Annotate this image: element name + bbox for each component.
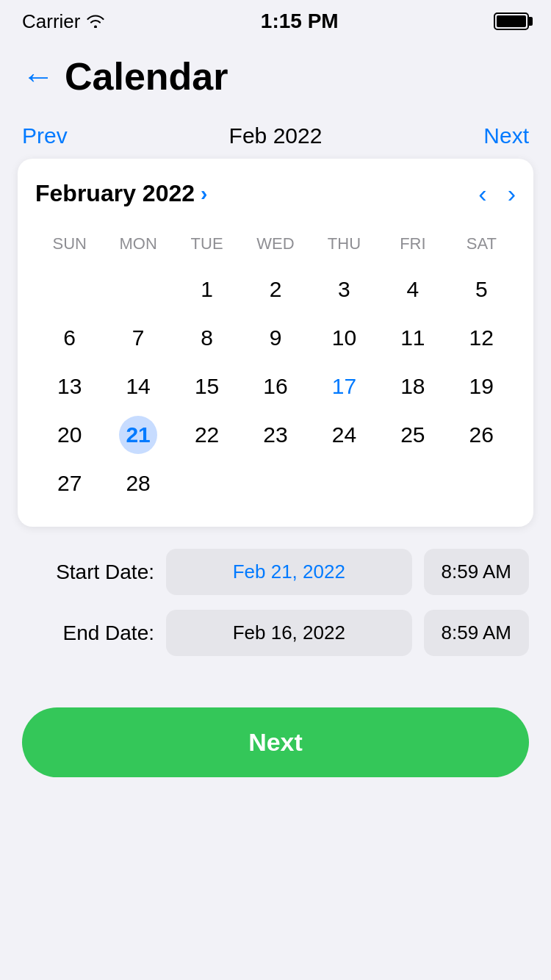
table-row[interactable]: 14 (104, 364, 172, 409)
table-row[interactable]: 11 (378, 315, 447, 361)
table-row[interactable]: 19 (447, 364, 516, 409)
next-month-button[interactable]: Next (483, 123, 529, 148)
table-row[interactable]: 1 (173, 267, 241, 312)
table-row[interactable]: 24 (310, 412, 378, 458)
calendar-next-arrow[interactable]: › (508, 179, 516, 208)
table-row[interactable]: 13 (35, 364, 104, 409)
table-row[interactable]: 25 (378, 412, 447, 458)
table-row[interactable]: 28 (104, 461, 172, 506)
day-mon: MON (104, 228, 172, 259)
day-thu: THU (310, 228, 378, 259)
day-fri: FRI (378, 228, 447, 259)
table-row[interactable]: 23 (241, 412, 309, 458)
table-row (241, 461, 309, 506)
table-row[interactable]: 20 (35, 412, 104, 458)
table-row[interactable]: 27 (35, 461, 104, 506)
table-row (447, 461, 516, 506)
table-row[interactable]: 6 (35, 315, 104, 361)
status-time: 1:15 PM (261, 10, 339, 33)
table-row[interactable]: 9 (241, 315, 309, 361)
date-fields: Start Date: Feb 21, 2022 8:59 AM End Dat… (0, 527, 551, 678)
page-title: Calendar (65, 54, 228, 98)
carrier-label: Carrier (22, 10, 105, 33)
battery-icon (494, 12, 529, 30)
calendar-nav-bar: Prev Feb 2022 Next (0, 113, 551, 159)
day-tue: TUE (173, 228, 241, 259)
day-wed: WED (241, 228, 309, 259)
header: ← Calendar (0, 40, 551, 113)
next-button-container: Next (0, 685, 551, 814)
table-row[interactable]: 12 (447, 315, 516, 361)
table-row[interactable]: 10 (310, 315, 378, 361)
days-of-week-header: SUN MON TUE WED THU FRI SAT (35, 228, 516, 259)
end-time-picker[interactable]: 8:59 AM (424, 610, 529, 656)
table-row[interactable]: 3 (310, 267, 378, 312)
start-date-picker[interactable]: Feb 21, 2022 (166, 549, 412, 595)
table-row (35, 267, 104, 312)
calendar-grid: 1234567891011121314151617181920212223242… (35, 267, 516, 506)
back-button[interactable]: ← (22, 60, 54, 93)
calendar-arrows: ‹ › (478, 179, 516, 208)
table-row[interactable]: 16 (241, 364, 309, 409)
day-sat: SAT (447, 228, 516, 259)
end-date-row: End Date: Feb 16, 2022 8:59 AM (22, 610, 529, 656)
calendar-nav-month: Feb 2022 (229, 123, 323, 148)
table-row[interactable]: 7 (104, 315, 172, 361)
calendar-month-title[interactable]: February 2022 › (35, 180, 207, 207)
table-row (173, 461, 241, 506)
start-time-picker[interactable]: 8:59 AM (424, 549, 529, 595)
table-row (310, 461, 378, 506)
end-date-label: End Date: (22, 621, 154, 645)
prev-month-button[interactable]: Prev (22, 123, 68, 148)
day-sun: SUN (35, 228, 104, 259)
status-bar: Carrier 1:15 PM (0, 0, 551, 40)
calendar-header: February 2022 › ‹ › (35, 179, 516, 208)
table-row (378, 461, 447, 506)
start-date-row: Start Date: Feb 21, 2022 8:59 AM (22, 549, 529, 595)
start-date-label: Start Date: (22, 561, 154, 584)
next-button[interactable]: Next (22, 707, 529, 777)
table-row[interactable]: 8 (173, 315, 241, 361)
table-row[interactable]: 21 (104, 412, 172, 458)
wifi-icon (86, 10, 105, 33)
table-row[interactable]: 22 (173, 412, 241, 458)
table-row (104, 267, 172, 312)
table-row[interactable]: 15 (173, 364, 241, 409)
table-row[interactable]: 26 (447, 412, 516, 458)
end-date-picker[interactable]: Feb 16, 2022 (166, 610, 412, 656)
calendar-prev-arrow[interactable]: ‹ (478, 179, 486, 208)
calendar-card: February 2022 › ‹ › SUN MON TUE WED THU … (18, 159, 533, 527)
table-row[interactable]: 2 (241, 267, 309, 312)
month-chevron-icon: › (201, 182, 207, 206)
table-row[interactable]: 5 (447, 267, 516, 312)
table-row[interactable]: 18 (378, 364, 447, 409)
table-row[interactable]: 4 (378, 267, 447, 312)
table-row[interactable]: 17 (310, 364, 378, 409)
